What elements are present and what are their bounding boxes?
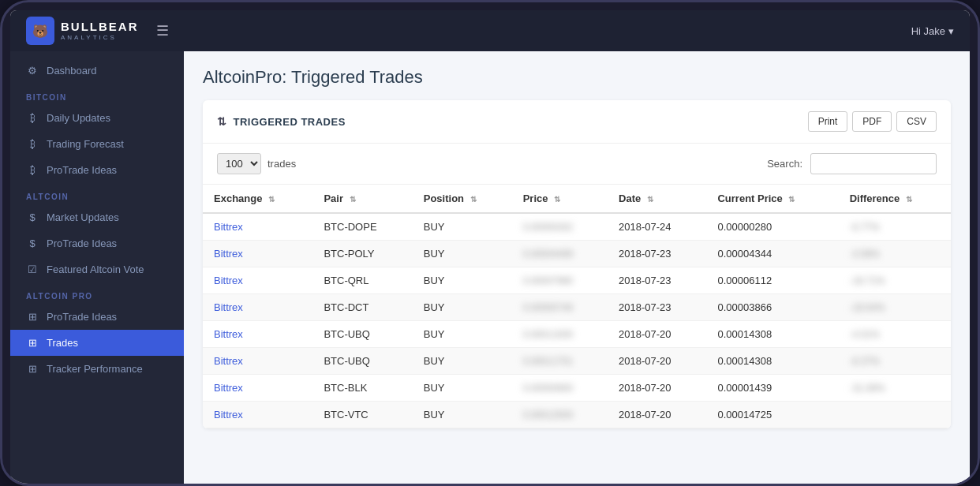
cell-exchange[interactable]: Bittrex: [203, 321, 312, 348]
bitcoin-icon-daily: ₿: [26, 112, 39, 124]
hamburger-menu-icon[interactable]: ☰: [153, 19, 172, 43]
exchange-link[interactable]: Bittrex: [214, 355, 243, 367]
cell-price: 0.00011000: [512, 321, 608, 348]
per-page-select[interactable]: 100 50 25: [217, 153, 261, 174]
cell-exchange[interactable]: Bittrex: [203, 348, 312, 375]
cell-price: 0.00012500: [512, 402, 608, 428]
blurred-value: 0.00000900: [523, 383, 573, 394]
cell-price: 0.00000746: [512, 294, 608, 321]
sidebar: ⚙ Dashboard BITCOIN ₿ Daily Updates ₿ Tr…: [10, 51, 184, 486]
sidebar-item-trades[interactable]: ⊞ Trades: [10, 330, 184, 356]
cell-exchange[interactable]: Bittrex: [203, 294, 312, 321]
section-label-altcoin-pro: ALTCOIN PRO: [10, 282, 184, 304]
cell-exchange[interactable]: Bittrex: [203, 213, 312, 241]
col-header-pair[interactable]: Pair ⇅: [312, 185, 412, 213]
card-header-actions: Print PDF CSV: [808, 111, 937, 132]
cell-position: BUY: [413, 321, 512, 348]
exchange-link[interactable]: Bittrex: [214, 301, 243, 313]
triggered-trades-card: ⇅ TRIGGERED TRADES Print PDF CSV: [203, 100, 951, 428]
top-bar-left: 🐻 BULLBEAR ANALYTICS ☰: [26, 17, 172, 45]
per-page-control: 100 50 25 trades: [217, 153, 296, 174]
sidebar-item-protrade-pro[interactable]: ⊞ ProTrade Ideas: [10, 304, 184, 330]
table-header-row: Exchange ⇅ Pair ⇅ Position ⇅ Price ⇅ Dat…: [203, 185, 951, 213]
cell-difference: -18.64%: [839, 294, 951, 321]
sidebar-label-protrade-btc: ProTrade Ideas: [47, 164, 117, 176]
cell-position: BUY: [413, 294, 512, 321]
user-menu[interactable]: Hi Jake ▾: [911, 25, 954, 37]
blurred-value: 0.00007980: [523, 275, 573, 286]
blurred-value: -8.37%: [850, 356, 880, 367]
table-row: BittrexBTC-DCTBUY0.000007462018-07-230.0…: [203, 294, 951, 321]
col-header-difference[interactable]: Difference ⇅: [839, 185, 951, 213]
col-header-current-price[interactable]: Current Price ⇅: [706, 185, 838, 213]
sidebar-item-dashboard[interactable]: ⚙ Dashboard: [10, 58, 184, 84]
sort-icon-difference: ⇅: [906, 195, 912, 204]
cell-date: 2018-07-20: [608, 402, 706, 428]
cell-current-price: 0.00001439: [706, 375, 838, 402]
cell-current-price: 0.00014308: [706, 348, 838, 375]
cell-price: 0.00004499: [512, 241, 608, 267]
chevron-down-icon: ▾: [948, 25, 954, 37]
main-layout: ⚙ Dashboard BITCOIN ₿ Daily Updates ₿ Tr…: [10, 51, 970, 486]
sidebar-item-daily-updates[interactable]: ₿ Daily Updates: [10, 105, 184, 131]
bitcoin-icon-forecast: ₿: [26, 138, 39, 150]
top-bar: 🐻 BULLBEAR ANALYTICS ☰ Hi Jake ▾: [10, 10, 970, 51]
sidebar-label-dashboard: Dashboard: [47, 65, 97, 77]
col-header-date[interactable]: Date ⇅: [608, 185, 706, 213]
cell-current-price: 0.00014725: [706, 402, 838, 428]
cell-pair: BTC-VTC: [312, 402, 412, 428]
logo-icon: 🐻: [26, 17, 54, 45]
sidebar-item-market-updates[interactable]: $ Market Updates: [10, 204, 184, 230]
exchange-link[interactable]: Bittrex: [214, 409, 243, 421]
blurred-value: -18.71%: [850, 275, 885, 286]
sort-icon-date: ⇅: [647, 195, 653, 204]
cell-difference: -6.77%: [839, 213, 951, 241]
sidebar-item-tracker-performance[interactable]: ⊞ Tracker Performance: [10, 356, 184, 382]
cell-exchange[interactable]: Bittrex: [203, 267, 312, 294]
col-header-position[interactable]: Position ⇅: [413, 185, 512, 213]
csv-button[interactable]: CSV: [896, 111, 937, 132]
blurred-value: 0.00011701: [523, 356, 573, 367]
grid-icon-trades: ⊞: [26, 337, 39, 349]
logo-sub: ANALYTICS: [61, 34, 139, 41]
blurred-value: -4.01%: [850, 329, 880, 340]
cell-exchange[interactable]: Bittrex: [203, 402, 312, 428]
table-row: BittrexBTC-UBQBUY0.000110002018-07-200.0…: [203, 321, 951, 348]
sidebar-item-protrade-alt[interactable]: $ ProTrade Ideas: [10, 230, 184, 256]
sidebar-item-protrade-btc[interactable]: ₿ ProTrade Ideas: [10, 157, 184, 183]
sidebar-item-featured-vote[interactable]: ☑ Featured Altcoin Vote: [10, 256, 184, 282]
cell-difference: -31.08%: [839, 375, 951, 402]
col-header-price[interactable]: Price ⇅: [512, 185, 608, 213]
search-label: Search:: [767, 158, 802, 170]
cell-current-price: 0.00006112: [706, 267, 838, 294]
exchange-link[interactable]: Bittrex: [214, 248, 243, 260]
cell-position: BUY: [413, 402, 512, 428]
print-button[interactable]: Print: [808, 111, 848, 132]
sidebar-label-protrade-pro: ProTrade Ideas: [47, 311, 117, 323]
exchange-link[interactable]: Bittrex: [214, 275, 243, 286]
content-area: AltcoinPro: Triggered Trades ⇅ TRIGGERED…: [184, 51, 970, 486]
device-frame: 🐻 BULLBEAR ANALYTICS ☰ Hi Jake ▾ ⚙: [0, 0, 980, 486]
search-input[interactable]: [810, 153, 937, 174]
exchange-link[interactable]: Bittrex: [214, 328, 243, 340]
table-row: BittrexBTC-BLKBUY0.000009002018-07-200.0…: [203, 375, 951, 402]
blurred-value: 0.00004499: [523, 249, 573, 260]
sidebar-item-trading-forecast[interactable]: ₿ Trading Forecast: [10, 131, 184, 157]
cell-position: BUY: [413, 348, 512, 375]
cell-exchange[interactable]: Bittrex: [203, 241, 312, 267]
checkbox-icon-vote: ☑: [26, 264, 39, 275]
exchange-link[interactable]: Bittrex: [214, 382, 243, 394]
cell-current-price: 0.00014308: [706, 321, 838, 348]
cell-position: BUY: [413, 213, 512, 241]
sidebar-label-trades: Trades: [47, 337, 78, 349]
cell-pair: BTC-DOPE: [312, 213, 412, 241]
cell-exchange[interactable]: Bittrex: [203, 375, 312, 402]
col-header-exchange[interactable]: Exchange ⇅: [203, 185, 312, 213]
cell-current-price: 0.00004344: [706, 241, 838, 267]
pdf-button[interactable]: PDF: [852, 111, 892, 132]
cell-current-price: 0.00000280: [706, 213, 838, 241]
exchange-link[interactable]: Bittrex: [214, 221, 243, 233]
cell-pair: BTC-UBQ: [312, 348, 412, 375]
sidebar-label-featured-vote: Featured Altcoin Vote: [47, 264, 144, 275]
cell-date: 2018-07-20: [608, 321, 706, 348]
